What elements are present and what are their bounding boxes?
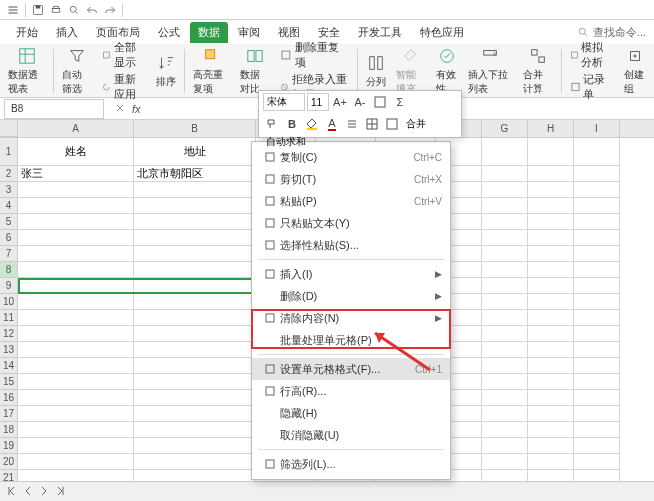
cell[interactable] bbox=[482, 326, 528, 342]
cell[interactable] bbox=[134, 246, 256, 262]
cell[interactable] bbox=[574, 422, 620, 438]
cell[interactable]: 姓名 bbox=[18, 138, 134, 166]
row-header[interactable]: 11 bbox=[0, 310, 18, 326]
cell[interactable] bbox=[482, 374, 528, 390]
cell[interactable] bbox=[134, 454, 256, 470]
row-header[interactable]: 8 bbox=[0, 262, 18, 278]
cell[interactable] bbox=[18, 390, 134, 406]
menu-item[interactable]: 剪切(T)Ctrl+X bbox=[252, 168, 450, 190]
cell[interactable] bbox=[574, 246, 620, 262]
cell[interactable] bbox=[574, 406, 620, 422]
cell[interactable] bbox=[18, 358, 134, 374]
cell[interactable] bbox=[482, 454, 528, 470]
font-size-input[interactable] bbox=[307, 93, 329, 111]
cell[interactable] bbox=[134, 198, 256, 214]
cell[interactable] bbox=[134, 470, 256, 481]
cell[interactable] bbox=[574, 182, 620, 198]
menu-item[interactable]: 隐藏(H) bbox=[252, 402, 450, 424]
cell[interactable] bbox=[528, 342, 574, 358]
highlight-dup-button[interactable]: 高亮重复项 bbox=[189, 46, 234, 96]
cell[interactable] bbox=[134, 390, 256, 406]
row-header[interactable]: 3 bbox=[0, 182, 18, 198]
reapply-button[interactable]: 重新应用 bbox=[102, 72, 146, 102]
cell[interactable] bbox=[18, 214, 134, 230]
row-header[interactable]: 20 bbox=[0, 454, 18, 470]
cell[interactable] bbox=[482, 246, 528, 262]
col-H[interactable]: H bbox=[528, 120, 574, 137]
row-header[interactable]: 2 bbox=[0, 166, 18, 182]
cell[interactable] bbox=[134, 374, 256, 390]
cell[interactable] bbox=[574, 454, 620, 470]
format-painter-icon[interactable] bbox=[263, 115, 281, 133]
tab-dev[interactable]: 开发工具 bbox=[350, 22, 410, 43]
cell[interactable] bbox=[528, 214, 574, 230]
cell[interactable] bbox=[574, 230, 620, 246]
compare-button[interactable]: 数据对比 bbox=[236, 46, 274, 96]
cell[interactable] bbox=[528, 198, 574, 214]
cell[interactable] bbox=[482, 214, 528, 230]
cell[interactable] bbox=[482, 166, 528, 182]
menu-item[interactable]: 选择性粘贴(S)... bbox=[252, 234, 450, 256]
tab-review[interactable]: 审阅 bbox=[230, 22, 268, 43]
cell[interactable] bbox=[574, 214, 620, 230]
menu-item[interactable]: 删除(D)▶ bbox=[252, 285, 450, 307]
tab-special[interactable]: 特色应用 bbox=[412, 22, 472, 43]
cell[interactable] bbox=[482, 230, 528, 246]
cell[interactable]: 北京市朝阳区 bbox=[134, 166, 256, 182]
cell[interactable] bbox=[574, 358, 620, 374]
cell[interactable] bbox=[482, 358, 528, 374]
menu-item[interactable]: 批量处理单元格(P) bbox=[252, 329, 450, 351]
sheet-nav-first-icon[interactable] bbox=[6, 485, 18, 499]
cell[interactable] bbox=[18, 294, 134, 310]
cell[interactable] bbox=[482, 182, 528, 198]
fill-color-icon[interactable] bbox=[303, 115, 321, 133]
cell[interactable] bbox=[482, 406, 528, 422]
row-header[interactable]: 4 bbox=[0, 198, 18, 214]
cell[interactable] bbox=[134, 438, 256, 454]
cell[interactable] bbox=[134, 230, 256, 246]
cell[interactable] bbox=[574, 438, 620, 454]
pivot-table-button[interactable]: 数据透视表 bbox=[4, 46, 49, 96]
cell[interactable] bbox=[528, 374, 574, 390]
cell[interactable] bbox=[528, 438, 574, 454]
cell[interactable] bbox=[528, 470, 574, 481]
fx-icon[interactable]: fx bbox=[132, 103, 141, 115]
format-icon[interactable] bbox=[383, 115, 401, 133]
row-header[interactable]: 15 bbox=[0, 374, 18, 390]
menu-item[interactable]: 复制(C)Ctrl+C bbox=[252, 146, 450, 168]
cell[interactable] bbox=[528, 138, 574, 166]
cell[interactable] bbox=[482, 278, 528, 294]
cell[interactable] bbox=[574, 294, 620, 310]
cell[interactable] bbox=[574, 198, 620, 214]
cell[interactable] bbox=[482, 342, 528, 358]
cell[interactable] bbox=[528, 390, 574, 406]
tab-data[interactable]: 数据 bbox=[190, 22, 228, 43]
cell[interactable] bbox=[528, 166, 574, 182]
autosum-icon[interactable]: Σ bbox=[391, 93, 409, 111]
text-to-columns-button[interactable]: 分列 bbox=[362, 46, 390, 96]
cell[interactable] bbox=[528, 310, 574, 326]
row-header[interactable]: 14 bbox=[0, 358, 18, 374]
dropdown-button[interactable]: 插入下拉列表 bbox=[464, 46, 517, 96]
sheet-nav-last-icon[interactable] bbox=[54, 485, 66, 499]
group-button[interactable]: 创建组 bbox=[620, 46, 650, 96]
cell[interactable] bbox=[134, 214, 256, 230]
undo-icon[interactable] bbox=[83, 1, 101, 19]
menu-item[interactable]: 取消隐藏(U) bbox=[252, 424, 450, 446]
font-color-icon[interactable]: A bbox=[323, 115, 341, 133]
cell[interactable] bbox=[574, 342, 620, 358]
cell[interactable] bbox=[18, 278, 134, 294]
row-header[interactable]: 19 bbox=[0, 438, 18, 454]
font-name-input[interactable] bbox=[263, 93, 305, 111]
save-icon[interactable] bbox=[29, 1, 47, 19]
tab-formula[interactable]: 公式 bbox=[150, 22, 188, 43]
cell[interactable] bbox=[528, 182, 574, 198]
cell[interactable] bbox=[528, 406, 574, 422]
col-I[interactable]: I bbox=[574, 120, 620, 137]
cell[interactable] bbox=[18, 422, 134, 438]
filter-button[interactable]: 自动筛选 bbox=[58, 46, 96, 96]
cell[interactable] bbox=[134, 342, 256, 358]
select-all-corner[interactable] bbox=[0, 120, 18, 137]
menu-item[interactable]: 清除内容(N)▶ bbox=[252, 307, 450, 329]
menu-item[interactable]: 设置单元格格式(F)...Ctrl+1 bbox=[252, 358, 450, 380]
